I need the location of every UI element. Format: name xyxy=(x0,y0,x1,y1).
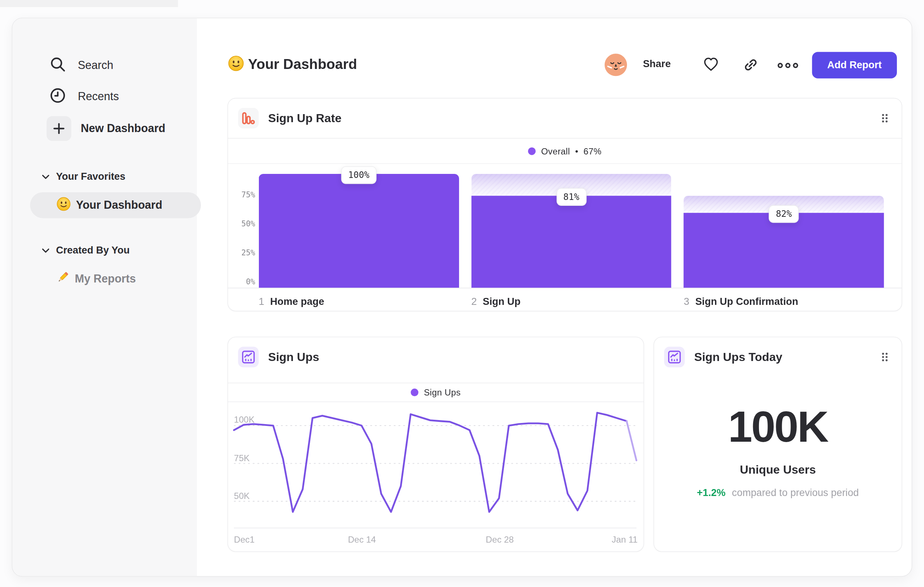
funnel-chart-icon xyxy=(238,108,259,128)
kpi-sublabel: Unique Users xyxy=(654,462,902,476)
line-chart-icon xyxy=(238,347,259,367)
funnel-value-badge: 82% xyxy=(769,205,799,223)
app-window: Search Recents New Dashboard xyxy=(12,18,912,577)
kpi-delta: +1.2% compared to previous period xyxy=(654,486,902,500)
funnel-solid-segment xyxy=(259,174,459,288)
funnel-legend: Overall • 67% xyxy=(228,139,902,164)
line-x-axis: Dec1Dec 14Dec 28Jan 11 xyxy=(234,534,637,547)
slightly-smiling-face-emoji xyxy=(56,197,71,213)
funnel-y-tick: 50% xyxy=(232,219,255,229)
sidebar: Search Recents New Dashboard xyxy=(12,18,197,576)
line-y-tick: 100K xyxy=(234,415,254,425)
signups-today-card: Sign Ups Today 100K Unique Users +1.2% c… xyxy=(653,337,902,552)
copy-link-icon[interactable] xyxy=(743,57,759,75)
sidebar-item-my-reports[interactable]: My Reports xyxy=(54,268,191,289)
legend-dot[interactable] xyxy=(411,389,419,396)
drag-handle-icon[interactable] xyxy=(881,352,889,362)
line-plot[interactable]: 100K75K50K xyxy=(234,402,637,528)
funnel-solid-segment xyxy=(684,213,884,288)
drag-handle-icon[interactable] xyxy=(881,113,889,123)
avatar[interactable] xyxy=(604,53,627,77)
kpi-value: 100K xyxy=(654,394,902,460)
sidebar-section-title: Created By You xyxy=(56,245,130,256)
card-title: Sign Ups xyxy=(268,351,319,364)
background-window-edge xyxy=(0,0,178,7)
line-y-tick: 50K xyxy=(234,491,250,501)
sidebar-item-label: My Reports xyxy=(75,273,136,285)
favorite-heart-icon[interactable] xyxy=(703,56,719,74)
kpi-delta-percent: +1.2% xyxy=(697,487,726,498)
funnel-plot-strip: 100%81%82% 75%50%25%0% xyxy=(228,163,902,288)
funnel-value-badge: 100% xyxy=(341,166,376,184)
sidebar-item-label: Recents xyxy=(78,90,119,103)
legend-label[interactable]: Sign Ups xyxy=(424,387,460,397)
sidebar-item-recents[interactable]: Recents xyxy=(49,86,191,107)
kpi-delta-note: compared to previous period xyxy=(732,487,859,498)
funnel-x-axis: 1Home page2Sign Up3Sign Up Confirmation xyxy=(228,288,902,308)
page-title: Your Dashboard xyxy=(248,55,357,73)
card-title: Sign Ups Today xyxy=(694,351,782,364)
funnel-plot[interactable]: 100%81%82% 75%50%25%0% xyxy=(259,164,884,288)
sidebar-item-label: Your Dashboard xyxy=(76,199,162,212)
line-chart-icon xyxy=(664,347,685,367)
add-report-button[interactable]: Add Report xyxy=(812,52,897,78)
plus-icon xyxy=(46,116,71,141)
legend-label[interactable]: Overall • 67% xyxy=(541,146,602,156)
line-x-tick: Dec 14 xyxy=(348,534,376,544)
funnel-step-label: 1Home page xyxy=(259,296,459,308)
line-x-tick: Jan 11 xyxy=(612,534,638,544)
sidebar-item-label: New Dashboard xyxy=(81,122,165,135)
funnel-bar[interactable]: 100% xyxy=(259,164,459,288)
sidebar-item-label: Search xyxy=(78,59,113,72)
pencil-emoji xyxy=(54,270,70,288)
funnel-bar[interactable]: 81% xyxy=(471,164,672,288)
funnel-step-label: 3Sign Up Confirmation xyxy=(684,296,884,308)
line-legend: Sign Ups xyxy=(228,384,644,402)
funnel-y-tick: 75% xyxy=(232,191,255,200)
card-header: Sign Ups xyxy=(228,337,644,383)
card-header: Sign Up Rate xyxy=(228,98,902,138)
dashboard-title-emoji xyxy=(228,55,244,74)
signups-line-incomplete-segment xyxy=(627,421,637,460)
sidebar-section-your-favorites[interactable]: Your Favorites xyxy=(42,169,191,185)
funnel-solid-segment xyxy=(471,195,672,288)
more-options-icon[interactable] xyxy=(777,61,799,71)
funnel-y-tick: 25% xyxy=(232,248,255,258)
card-title: Sign Up Rate xyxy=(268,112,342,125)
funnel-y-tick: 0% xyxy=(232,277,255,286)
line-x-tick: Dec 28 xyxy=(486,534,514,544)
sidebar-item-new-dashboard[interactable]: New Dashboard xyxy=(46,118,191,139)
funnel-value-badge: 81% xyxy=(556,188,586,205)
screen: Search Recents New Dashboard xyxy=(0,0,924,587)
funnel-step-label: 2Sign Up xyxy=(471,296,672,308)
chevron-down-icon xyxy=(42,245,50,256)
sidebar-section-title: Your Favorites xyxy=(56,171,125,183)
signup-rate-card: Sign Up Rate Overall • 67% xyxy=(227,98,902,311)
funnel-bar[interactable]: 82% xyxy=(684,164,884,288)
card-header: Sign Ups Today xyxy=(654,337,902,377)
search-icon xyxy=(49,55,66,76)
signups-card: Sign Ups Sign Ups 100K75K50K Dec1Dec 14D… xyxy=(227,337,644,552)
sidebar-section-created-by-you[interactable]: Created By You xyxy=(42,243,191,258)
sidebar-item-search[interactable]: Search xyxy=(49,55,191,76)
share-button[interactable]: Share xyxy=(643,58,671,70)
legend-dot[interactable] xyxy=(528,147,536,155)
chevron-down-icon xyxy=(42,172,50,182)
signups-line-series xyxy=(234,413,627,512)
line-x-tick: Dec1 xyxy=(234,534,254,544)
clock-icon xyxy=(49,87,66,107)
line-y-tick: 75K xyxy=(234,452,250,463)
sidebar-item-your-dashboard[interactable]: Your Dashboard xyxy=(30,192,201,218)
